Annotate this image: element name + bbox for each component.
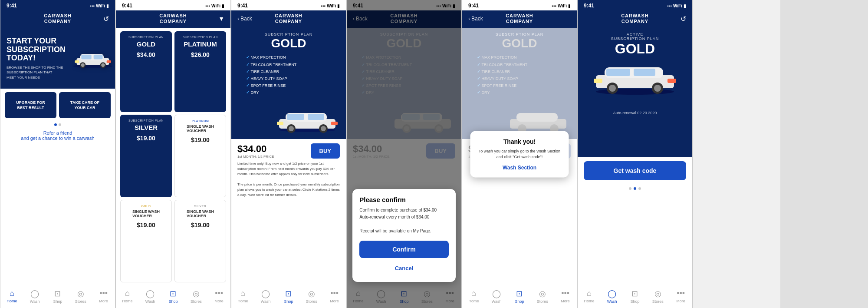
plan-desc-3: Limited time only! Buy now and get 1/2 p… [237, 161, 340, 198]
hero-title-1: START YOURSUBSCRIPTIONTODAY! [7, 37, 66, 63]
nav-home-1[interactable]: ⌂ Home [0, 289, 23, 304]
feature-5-1: MAX PROTECTION [477, 54, 562, 61]
nav-wash-1[interactable]: ◯ Wash [23, 289, 46, 304]
upgrade-card[interactable]: UPGRADE FORBEST RESULT [5, 92, 56, 118]
nav-shop-label-2: Shop [168, 299, 178, 304]
svg-rect-4 [94, 55, 103, 60]
nav-home-2[interactable]: ⌂ Home [116, 289, 139, 304]
plan-platinum-voucher-price: $19.00 [191, 136, 210, 143]
refresh-icon-6[interactable]: ↺ [681, 15, 686, 23]
wash-icon-2: ◯ [146, 289, 155, 298]
buy-button-3[interactable]: BUY [311, 143, 340, 159]
feature-6: DRY [246, 89, 331, 96]
dot-6-2[interactable] [634, 187, 636, 190]
battery-icon-3: ▮ [337, 3, 340, 8]
plan-label-5: SUBSCRIPTION PLAN [468, 32, 571, 36]
nav-more-label-1: More [99, 299, 108, 303]
screen-6: 9:41 ▪▪▪ WiFi ▮ CARWASHCOMPANY ↺ ACTIVES… [577, 0, 693, 308]
status-time-2: 9:41 [122, 3, 132, 9]
stores-icon-1: ◎ [77, 289, 84, 298]
signal-icon-5: ▪▪▪ [552, 3, 556, 8]
nav-more-2[interactable]: ••• More [207, 289, 230, 304]
nav-home-5[interactable]: ⌂ Home [462, 289, 485, 304]
screen-1: 9:41 ▪▪▪ WiFi ▮ CARWASHCOMPANY ↺ START Y… [0, 0, 115, 308]
nav-more-6[interactable]: ••• More [669, 289, 692, 304]
confirm-button-4[interactable]: Confirm [359, 241, 449, 258]
nav-wash-3[interactable]: ◯ Wash [254, 289, 277, 304]
plan-gold[interactable]: SUBSCRIPTION PLAN GOLD $34.00 [120, 31, 172, 112]
nav-wash-2[interactable]: ◯ Wash [139, 289, 162, 304]
signal-icon-6: ▪▪▪ [667, 3, 672, 8]
plan-gold-voucher-label: GOLD [141, 205, 151, 208]
feature-5-2: TRI COLOR TREATMENT [477, 61, 562, 68]
svg-point-19 [321, 126, 326, 131]
screen-2: 9:41 ▪▪▪ WiFi ▮ CARWASHCOMPANY ▼ SUBSCRI… [115, 0, 231, 308]
nav-more-label-2: More [214, 299, 224, 303]
nav-wash-5[interactable]: ◯ Wash [485, 289, 508, 304]
back-arrow-3: ‹ [237, 16, 239, 22]
nav-home-6[interactable]: ⌂ Home [578, 289, 601, 304]
confirm-modal: Please confirm Confirm to complete purch… [352, 189, 456, 282]
plan-hero-5: SUBSCRIPTION PLAN GOLD MAX PROTECTION TR… [462, 28, 577, 139]
wash-section-link[interactable]: Wash Section [477, 164, 562, 170]
nav-stores-2[interactable]: ◎ Stores [184, 289, 207, 304]
nav-stores-1[interactable]: ◎ Stores [69, 289, 92, 304]
back-btn-5[interactable]: ‹ Back [468, 16, 483, 22]
dot-6-1[interactable] [629, 187, 631, 190]
signal-icon: ▪▪▪ [90, 3, 95, 8]
nav-more-5[interactable]: ••• More [554, 289, 577, 304]
nav-shop-label-1: Shop [53, 299, 62, 304]
hero-text-1: START YOURSUBSCRIPTIONTODAY! BROWSE THE … [7, 37, 66, 80]
status-icons-1: ▪▪▪ WiFi ▮ [90, 3, 109, 8]
plan-gold-voucher[interactable]: GOLD SINGLE WASHVOUCHER $19.00 [120, 200, 172, 282]
plan-gold-voucher-price: $19.00 [137, 222, 155, 229]
plan-silver-voucher[interactable]: SILVER SINGLE WASHVOUCHER $19.00 [174, 200, 226, 282]
car-image-1 [69, 47, 115, 69]
plan-platinum-name: PLATINUM [184, 40, 217, 48]
dot-2[interactable] [59, 123, 61, 126]
nav-more-3[interactable]: ••• More [323, 289, 346, 304]
wash-icon-6: ◯ [608, 289, 616, 298]
brand-name-6: CARWASHCOMPANY [621, 13, 649, 24]
home-icon-3: ⌂ [240, 289, 245, 298]
back-label-5: Back [471, 16, 483, 22]
back-btn-3[interactable]: ‹ Back [237, 16, 252, 22]
cancel-button-4[interactable]: Cancel [359, 262, 449, 275]
feature-4: HEAVY DUTY SOAP [246, 75, 331, 82]
take-care-card[interactable]: TAKE CARE OFYOUR CAR [59, 92, 111, 118]
feature-3: TIRE CLEANER [246, 68, 331, 75]
plan-name-3: GOLD [237, 36, 340, 50]
car-image-6 [584, 57, 686, 109]
nav-home-3[interactable]: ⌂ Home [231, 289, 254, 304]
plan-platinum[interactable]: SUBSCRIPTION PLAN PLATINUM $26.00 [174, 31, 226, 112]
screen-3: 9:41 ▪▪▪ WiFi ▮ ‹ Back CARWASHCOMPANY SU… [231, 0, 346, 308]
brand-logo-3: CARWASHCOMPANY [275, 13, 302, 24]
feature-5-4: HEAVY DUTY SOAP [477, 75, 562, 82]
refresh-icon-1[interactable]: ↺ [103, 15, 109, 23]
svg-rect-20 [277, 122, 283, 125]
nav-shop-label-6: Shop [630, 299, 639, 304]
dot-6-3[interactable] [638, 187, 641, 190]
nav-shop-5[interactable]: ⊡ Shop [508, 289, 531, 304]
nav-stores-6[interactable]: ◎ Stores [646, 289, 669, 304]
plan-platinum-voucher[interactable]: PLATINUM SINGLE WASHVOUCHER $19.00 [174, 115, 226, 197]
filter-icon-2[interactable]: ▼ [218, 15, 224, 22]
nav-more-label-5: More [561, 299, 570, 303]
nav-wash-6[interactable]: ◯ Wash [601, 289, 624, 304]
svg-rect-44 [667, 79, 676, 83]
nav-home-label-1: Home [7, 299, 17, 303]
back-arrow-5: ‹ [468, 16, 470, 22]
get-wash-code-button[interactable]: Get wash code [584, 161, 686, 180]
nav-shop-2[interactable]: ⊡ Shop [162, 289, 185, 304]
nav-shop-6[interactable]: ⊡ Shop [624, 289, 647, 304]
thankyou-title: Thank you! [477, 138, 562, 145]
nav-shop-1[interactable]: ⊡ Shop [46, 289, 69, 304]
nav-stores-3[interactable]: ◎ Stores [300, 289, 323, 304]
carousel-dots-6 [584, 187, 686, 190]
plan-silver[interactable]: SUBSCRIPTION PLAN SILVER $19.00 [120, 115, 172, 197]
nav-more-1[interactable]: ••• More [92, 289, 115, 304]
dot-1[interactable] [54, 123, 57, 126]
svg-rect-3 [81, 55, 91, 60]
nav-shop-3[interactable]: ⊡ Shop [277, 289, 300, 304]
nav-stores-5[interactable]: ◎ Stores [531, 289, 554, 304]
